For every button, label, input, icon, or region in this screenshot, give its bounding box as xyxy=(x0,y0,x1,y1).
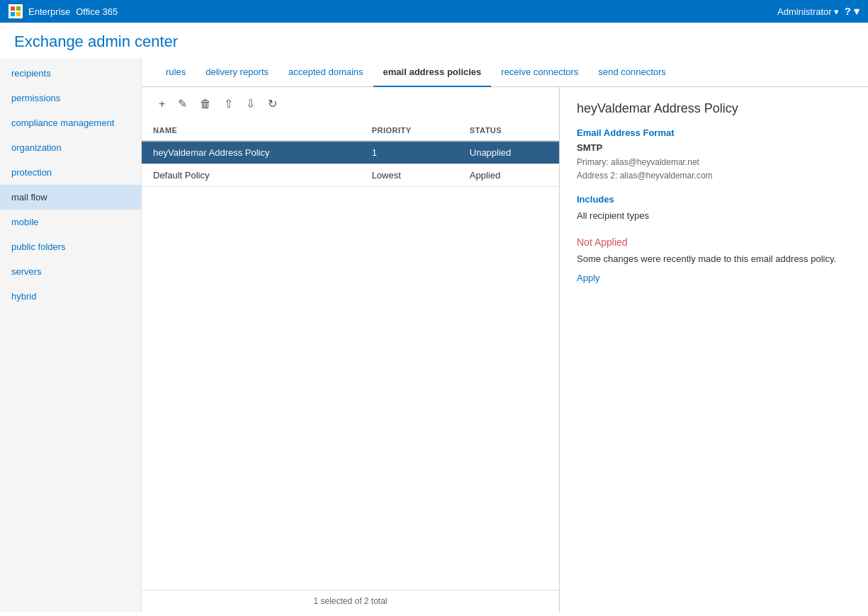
content-area: + ✎ 🗑 ⇧ ⇩ ↻ xyxy=(142,87,868,612)
sidebar-item-organization[interactable]: organization xyxy=(0,135,141,160)
trash-icon: 🗑 xyxy=(200,98,211,110)
office365-label: Office 365 xyxy=(76,6,118,17)
sidebar-item-public-folders[interactable]: public folders xyxy=(0,234,141,259)
tab-navigation: rulesdelivery reportsaccepted domainsema… xyxy=(142,58,868,87)
cell-name: heyValdemar Address Policy xyxy=(142,141,361,164)
protocol-label: SMTP xyxy=(577,142,851,153)
tab-email-address-policies[interactable]: email address policies xyxy=(373,58,492,87)
sidebar-item-hybrid[interactable]: hybrid xyxy=(0,284,141,309)
arrow-down-icon: ⇩ xyxy=(246,97,255,110)
column-priority: PRIORITY xyxy=(361,120,458,141)
topbar: Enterprise Office 365 Administrator ▾ ? … xyxy=(0,0,868,23)
table-header-row: NAME PRIORITY STATUS xyxy=(142,120,559,141)
add-button[interactable]: + xyxy=(156,96,168,112)
chevron-down-icon: ▾ xyxy=(834,6,839,17)
move-up-button[interactable]: ⇧ xyxy=(221,96,236,112)
chevron-down-icon-help: ▾ xyxy=(854,5,859,17)
cell-name: Default Policy xyxy=(142,164,361,187)
table-footer: 1 selected of 2 total xyxy=(142,590,559,612)
not-applied-title: Not Applied xyxy=(577,236,851,248)
sidebar-item-compliance-management[interactable]: compliance management xyxy=(0,110,141,135)
primary-address: Primary: alias@heyvaldemar.net xyxy=(577,156,851,169)
tab-send-connectors[interactable]: send connectors xyxy=(588,58,675,87)
enterprise-label: Enterprise xyxy=(28,6,70,17)
policies-table-container: NAME PRIORITY STATUS heyValdemar Address… xyxy=(142,120,559,590)
topbar-right: Administrator ▾ ? ▾ xyxy=(777,5,859,18)
tab-delivery-reports[interactable]: delivery reports xyxy=(196,58,278,87)
column-status: STATUS xyxy=(458,120,559,141)
detail-panel: heyValdemar Address Policy Email Address… xyxy=(560,87,868,612)
topbar-left: Enterprise Office 365 xyxy=(9,4,118,18)
svg-rect-2 xyxy=(11,12,15,16)
tab-receive-connectors[interactable]: receive connectors xyxy=(491,58,588,87)
sidebar-item-mail-flow[interactable]: mail flow xyxy=(0,185,141,210)
refresh-button[interactable]: ↻ xyxy=(265,96,280,112)
includes-text: All recipient types xyxy=(577,209,851,224)
toolbar: + ✎ 🗑 ⇧ ⇩ ↻ xyxy=(142,87,559,120)
arrow-up-icon: ⇧ xyxy=(224,97,233,110)
main-content: rulesdelivery reportsaccepted domainsema… xyxy=(142,58,868,612)
policies-table: NAME PRIORITY STATUS heyValdemar Address… xyxy=(142,120,559,187)
sidebar: recipientspermissionscompliance manageme… xyxy=(0,58,142,612)
cell-priority: Lowest xyxy=(361,164,458,187)
sidebar-item-recipients[interactable]: recipients xyxy=(0,61,141,86)
sidebar-item-permissions[interactable]: permissions xyxy=(0,86,141,110)
delete-button[interactable]: 🗑 xyxy=(197,96,214,112)
admin-button[interactable]: Administrator ▾ xyxy=(777,6,839,17)
edit-button[interactable]: ✎ xyxy=(175,96,190,112)
table-row[interactable]: Default PolicyLowestApplied xyxy=(142,164,559,187)
sidebar-item-servers[interactable]: servers xyxy=(0,259,141,284)
cell-status: Unapplied xyxy=(458,141,559,164)
page-title: Exchange admin center xyxy=(0,23,868,58)
column-name: NAME xyxy=(142,120,361,141)
main-layout: recipientspermissionscompliance manageme… xyxy=(0,58,868,612)
apply-link[interactable]: Apply xyxy=(577,273,851,283)
app-logo xyxy=(9,4,23,18)
svg-rect-3 xyxy=(16,12,21,16)
cell-status: Applied xyxy=(458,164,559,187)
tab-rules[interactable]: rules xyxy=(156,58,196,87)
table-row[interactable]: heyValdemar Address Policy1Unapplied xyxy=(142,141,559,164)
sidebar-item-mobile[interactable]: mobile xyxy=(0,210,141,234)
email-format-section-title: Email Address Format xyxy=(577,127,851,138)
move-down-button[interactable]: ⇩ xyxy=(243,96,258,112)
address2: Address 2: alias@heyvaldemar.com xyxy=(577,169,851,183)
edit-icon: ✎ xyxy=(178,97,187,110)
svg-rect-0 xyxy=(11,6,15,11)
tab-accepted-domains[interactable]: accepted domains xyxy=(278,58,373,87)
detail-title: heyValdemar Address Policy xyxy=(577,101,851,116)
sidebar-item-protection[interactable]: protection xyxy=(0,160,141,185)
includes-section-title: Includes xyxy=(577,194,851,205)
cell-priority: 1 xyxy=(361,141,458,164)
refresh-icon: ↻ xyxy=(268,97,277,110)
add-icon: + xyxy=(159,98,165,110)
svg-rect-1 xyxy=(16,6,21,11)
help-button[interactable]: ? ▾ xyxy=(845,5,859,18)
list-panel: + ✎ 🗑 ⇧ ⇩ ↻ xyxy=(142,87,560,612)
not-applied-description: Some changes were recently made to this … xyxy=(577,252,851,267)
